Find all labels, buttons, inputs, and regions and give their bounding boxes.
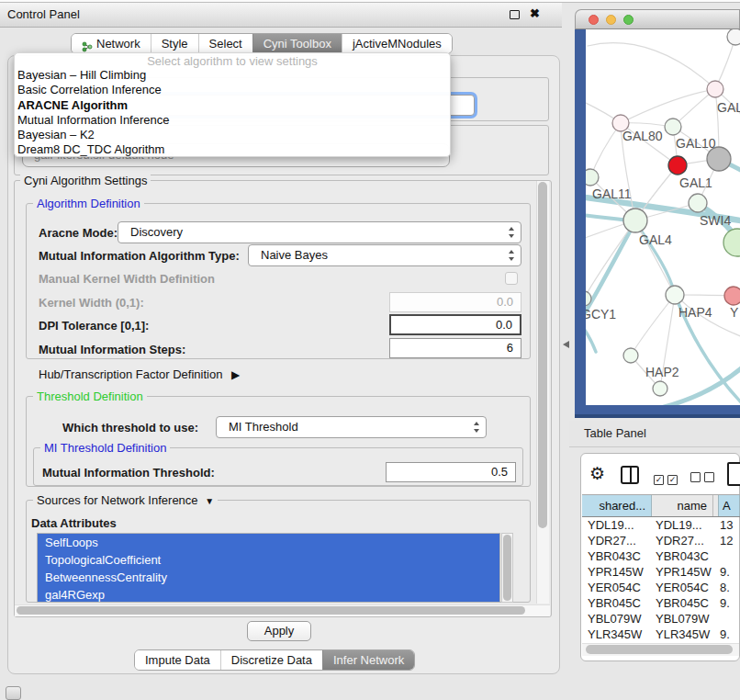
apply-button[interactable]: Apply <box>247 621 311 641</box>
algorithm-dropdown-item[interactable]: Dream8 DC_TDC Algorithm <box>15 142 450 157</box>
network-node[interactable] <box>623 209 647 232</box>
data-attribute-item[interactable]: gal4RGexp <box>38 586 499 603</box>
network-node-label: Y <box>730 305 739 320</box>
network-node[interactable] <box>689 194 707 212</box>
checked-box-icon: ✓ <box>667 475 678 485</box>
network-node-label: HAP2 <box>645 365 679 379</box>
network-node-label: GAL1 <box>679 175 712 190</box>
table-row[interactable]: YBR043CYBR043C <box>582 548 740 564</box>
kernel-width-label: Kernel Width (0,1): <box>39 296 144 310</box>
network-node[interactable] <box>665 119 681 135</box>
select-all-columns-icon[interactable]: ✓✓ <box>654 469 681 486</box>
column-header-name[interactable]: name <box>652 495 713 516</box>
column-header-shared-name[interactable]: shared... <box>582 495 652 516</box>
table-cell: 8. <box>713 580 740 595</box>
data-attribute-item[interactable]: SelfLoops <box>38 534 499 551</box>
table-row[interactable]: YPR145WYPR145W9. <box>582 564 740 580</box>
column-header-third[interactable]: A <box>719 495 740 516</box>
manual-kernel-checkbox[interactable] <box>505 272 518 285</box>
table-row[interactable]: YBR045CYBR045C9. <box>582 595 740 611</box>
algorithm-dropdown-item[interactable]: ARACNE Algorithm <box>15 98 450 113</box>
network-node[interactable] <box>723 229 740 256</box>
network-node[interactable] <box>727 29 740 45</box>
minimize-window-icon[interactable] <box>606 15 616 25</box>
network-node[interactable] <box>668 156 687 175</box>
tab-jactivemnodules[interactable]: jActiveMNodules <box>342 34 452 53</box>
which-threshold-value: MI Threshold <box>229 420 298 434</box>
table-row[interactable]: YLR345WYLR345W9. <box>582 627 740 642</box>
attributes-scrollbar-thumb[interactable] <box>503 535 511 601</box>
table-cell: 13 <box>713 517 740 533</box>
split-columns-icon[interactable] <box>621 466 639 484</box>
tab-impute-data[interactable]: Impute Data <box>135 650 220 670</box>
tab-cyni-toolbox[interactable]: Cyni Toolbox <box>252 34 342 53</box>
table-row[interactable]: YBL079WYBL079W <box>582 611 740 627</box>
network-node[interactable] <box>653 381 667 396</box>
tab-network[interactable]: Network <box>72 34 151 53</box>
network-node[interactable] <box>586 169 599 186</box>
table-row[interactable]: YDL19...YDL19...13 <box>582 517 740 533</box>
table-row[interactable]: YER054CYER054C8. <box>582 580 740 595</box>
tab-select-label: Select <box>209 34 242 54</box>
data-attribute-item[interactable]: BetweennessCentrality <box>38 569 499 586</box>
table-cell: YPR145W <box>652 564 713 580</box>
mi-steps-field[interactable]: 6 <box>389 338 521 358</box>
zoom-window-icon[interactable] <box>623 15 633 25</box>
mi-type-value: Naive Bayes <box>261 248 328 262</box>
algorithm-dropdown-item[interactable]: Bayesian – K2 <box>15 128 450 142</box>
aracne-mode-label: Aracne Mode: <box>39 226 118 240</box>
aracne-mode-combobox[interactable]: Discovery <box>118 221 521 243</box>
mi-type-combobox[interactable]: Naive Bayes <box>248 244 521 266</box>
table-panel-title: Table Panel <box>584 426 646 440</box>
network-edge <box>631 295 675 356</box>
data-attributes-list[interactable]: SelfLoopsTopologicalCoefficientBetweenne… <box>37 533 500 603</box>
table-cell <box>713 611 740 627</box>
network-node[interactable] <box>666 286 684 304</box>
deselect-all-columns-icon[interactable] <box>690 469 718 486</box>
tab-discretize-data[interactable]: Discretize Data <box>220 650 322 670</box>
sources-group-header[interactable]: Sources for Network Inference ▼ <box>33 493 218 507</box>
close-panel-icon[interactable]: ✖ <box>530 6 540 20</box>
table-row[interactable]: YDR27...YDR27...12 <box>582 533 740 548</box>
network-edge <box>590 123 621 177</box>
panel-splitter-arrow-icon[interactable] <box>563 341 569 348</box>
tab-select[interactable]: Select <box>198 34 252 53</box>
network-window-titlebar[interactable] <box>575 9 740 29</box>
document-icon[interactable] <box>727 462 740 486</box>
settings-vertical-scrollbar-thumb[interactable] <box>538 182 547 528</box>
dpi-tolerance-field[interactable]: 0.0 <box>389 314 521 335</box>
hub-definition-toggle[interactable]: Hub/Transcription Factor Definition ▶ <box>39 367 240 381</box>
tab-discretize-data-label: Discretize Data <box>231 650 312 671</box>
network-canvas[interactable]: GALGAL80GAL10GAL1GAL11GAL4SWI4HAP4YGCY1H… <box>586 29 740 405</box>
tab-infer-network[interactable]: Infer Network <box>322 650 414 670</box>
minimized-panel-icon[interactable] <box>6 686 21 700</box>
table-cell: YBL079W <box>652 611 713 627</box>
table-cell: YDL19... <box>582 517 652 533</box>
table-cell: YBR045C <box>582 595 652 611</box>
kernel-width-field[interactable]: 0.0 <box>389 292 521 312</box>
table-horizontal-scrollbar-thumb[interactable] <box>586 645 733 654</box>
algorithm-dropdown-item[interactable]: Bayesian – Hill Climbing <box>15 68 450 83</box>
close-window-icon[interactable] <box>589 15 599 25</box>
mi-threshold-field[interactable]: 0.5 <box>386 462 516 482</box>
data-attribute-item[interactable]: TopologicalCoefficient <box>38 551 499 569</box>
aracne-mode-value: Discovery <box>130 225 183 239</box>
algorithm-dropdown-item[interactable]: Mutual Information Inference <box>15 113 450 128</box>
threshold-definition-title: Threshold Definition <box>33 390 147 403</box>
control-panel-title: Control Panel <box>7 7 80 21</box>
mi-threshold-definition-title: MI Threshold Definition <box>40 441 170 455</box>
network-node[interactable] <box>724 287 740 305</box>
table-body: YDL19...YDL19...13YDR27...YDR27...12YBR0… <box>582 517 740 649</box>
which-threshold-combobox[interactable]: MI Threshold <box>216 416 487 438</box>
float-panel-icon[interactable] <box>510 10 520 19</box>
table-panel-titlebar: Table Panel <box>569 421 740 447</box>
algorithm-dropdown-items: Bayesian – Hill ClimbingBasic Correlatio… <box>15 68 450 158</box>
settings-horizontal-scrollbar-thumb[interactable] <box>17 606 525 615</box>
network-node-label: GAL <box>717 100 740 115</box>
network-node[interactable] <box>707 81 723 97</box>
network-node[interactable] <box>623 348 638 363</box>
algorithm-dropdown-item[interactable]: Basic Correlation Inference <box>15 83 450 97</box>
tab-style[interactable]: Style <box>151 34 198 53</box>
gear-icon[interactable]: ⚙ <box>589 465 605 483</box>
spinner-arrows-icon <box>509 227 515 238</box>
